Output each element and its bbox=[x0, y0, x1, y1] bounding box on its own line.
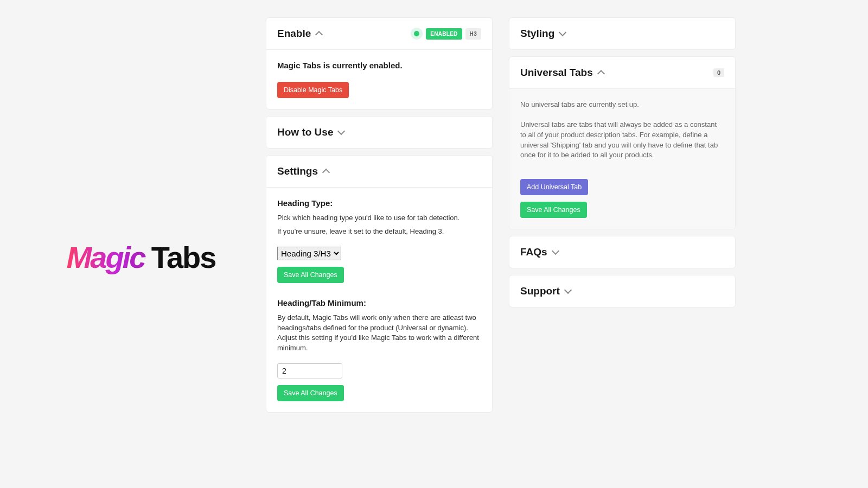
universal-desc: Universal tabs are tabs that will always… bbox=[520, 120, 724, 160]
universal-empty-text: No universal tabs are currently set up. bbox=[520, 100, 724, 110]
enabled-pill: ENABLED bbox=[426, 28, 462, 40]
chevron-down-icon bbox=[559, 29, 566, 36]
universal-tabs-count: 0 bbox=[713, 68, 724, 77]
settings-card-header[interactable]: Settings bbox=[266, 156, 492, 187]
heading-type-desc-2: If you're unsure, leave it set to the de… bbox=[277, 227, 481, 237]
support-card-header[interactable]: Support bbox=[509, 275, 735, 307]
heading-type-desc-1: Pick which heading type you'd like to us… bbox=[277, 213, 481, 223]
enable-status-text: Magic Tabs is currently enabled. bbox=[277, 61, 481, 70]
chevron-up-icon bbox=[322, 169, 330, 176]
heading-type-select[interactable]: Heading 3/H3 bbox=[277, 247, 341, 260]
save-universal-button[interactable]: Save All Changes bbox=[520, 202, 587, 218]
universal-tabs-title: Universal Tabs bbox=[520, 67, 593, 79]
styling-title: Styling bbox=[520, 28, 554, 40]
enable-title: Enable bbox=[277, 28, 311, 40]
enable-card: Enable ENABLED H3 Magic Tabs is currentl… bbox=[266, 17, 493, 110]
support-card: Support bbox=[509, 275, 736, 307]
chevron-down-icon bbox=[552, 247, 559, 255]
logo-word-magic: Magic bbox=[67, 240, 151, 274]
howto-card: How to Use bbox=[266, 116, 493, 149]
howto-card-header[interactable]: How to Use bbox=[266, 117, 492, 148]
chevron-up-icon bbox=[315, 31, 323, 38]
disable-button[interactable]: Disable Magic Tabs bbox=[277, 82, 349, 98]
faqs-title: FAQs bbox=[520, 246, 547, 258]
status-indicator-icon bbox=[411, 28, 423, 40]
save-heading-minimum-button[interactable]: Save All Changes bbox=[277, 385, 344, 401]
app-logo: Magic Tabs bbox=[67, 242, 216, 273]
chevron-down-icon bbox=[337, 127, 345, 135]
logo-word-tabs: Tabs bbox=[151, 240, 216, 274]
settings-card: Settings Heading Type: Pick which headin… bbox=[266, 155, 493, 413]
chevron-up-icon bbox=[597, 70, 605, 78]
heading-minimum-input[interactable] bbox=[277, 363, 342, 378]
heading-minimum-label: Heading/Tab Minimum: bbox=[277, 298, 481, 307]
save-heading-type-button[interactable]: Save All Changes bbox=[277, 267, 344, 283]
universal-tabs-card: Universal Tabs 0 No universal tabs are c… bbox=[509, 56, 736, 229]
heading-level-pill: H3 bbox=[465, 28, 481, 40]
universal-tabs-header[interactable]: Universal Tabs 0 bbox=[509, 57, 735, 88]
enable-card-header[interactable]: Enable ENABLED H3 bbox=[266, 18, 492, 49]
support-title: Support bbox=[520, 285, 560, 297]
heading-minimum-desc: By default, Magic Tabs will work only wh… bbox=[277, 313, 481, 354]
howto-title: How to Use bbox=[277, 126, 333, 138]
heading-type-label: Heading Type: bbox=[277, 198, 481, 208]
add-universal-tab-button[interactable]: Add Universal Tab bbox=[520, 179, 588, 195]
styling-card: Styling bbox=[509, 17, 736, 50]
styling-card-header[interactable]: Styling bbox=[509, 18, 735, 49]
chevron-down-icon bbox=[564, 286, 572, 294]
faqs-card: FAQs bbox=[509, 236, 736, 268]
settings-title: Settings bbox=[277, 165, 318, 177]
faqs-card-header[interactable]: FAQs bbox=[509, 236, 735, 268]
